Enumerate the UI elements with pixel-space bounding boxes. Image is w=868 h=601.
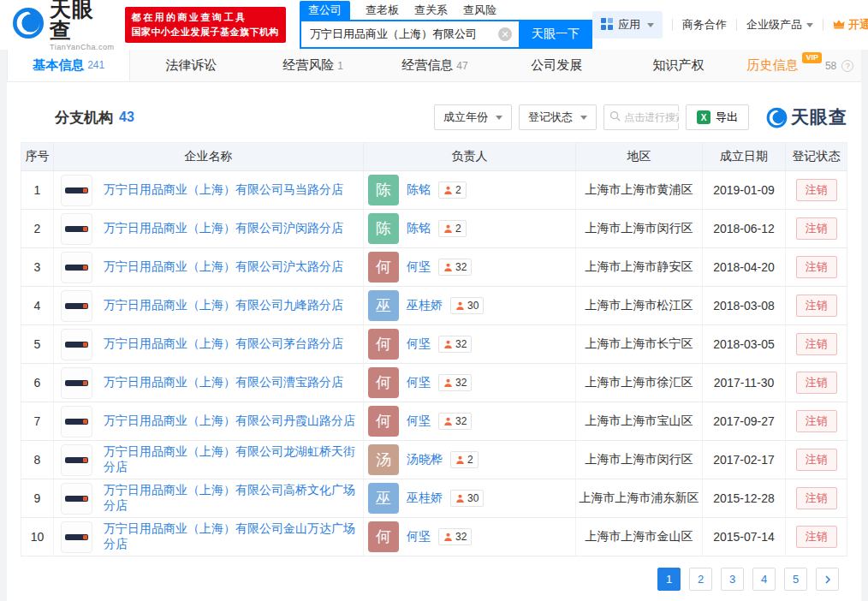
related-companies-badge[interactable]: 32 xyxy=(438,259,472,276)
cooperation-link[interactable]: 商务合作 xyxy=(682,17,727,33)
search-button[interactable]: 天眼一下 xyxy=(519,20,592,49)
search-type-tab-查公司[interactable]: 查公司 xyxy=(300,1,350,20)
person-avatar[interactable]: 陈 xyxy=(368,175,399,205)
person-name-link[interactable]: 巫桂娇 xyxy=(407,298,443,313)
branches-table: 序号企业名称负责人地区成立日期登记状态 1 万宁日用品商业（上海）有限公司马当路… xyxy=(21,142,847,556)
page-button-5[interactable]: 5 xyxy=(784,568,807,591)
app-menu[interactable]: 应用 xyxy=(592,11,663,39)
vip-badge: VIP xyxy=(802,52,822,63)
person-avatar[interactable]: 汤 xyxy=(368,444,399,475)
person-avatar[interactable]: 陈 xyxy=(368,213,399,244)
brand-name: 天眼查 xyxy=(50,0,115,41)
help-icon[interactable]: ? xyxy=(841,60,853,72)
search-type-tab-查风险[interactable]: 查风险 xyxy=(463,1,496,20)
row-founded-date: 2015-07-14 xyxy=(703,518,786,556)
table-search-input[interactable] xyxy=(624,111,679,123)
nav-tab-法律诉讼[interactable]: 法律诉讼 xyxy=(130,50,252,81)
nav-tab-历史信息[interactable]: 历史信息VIP58? xyxy=(740,50,861,81)
related-companies-badge[interactable]: 32 xyxy=(438,374,472,391)
company-name-link[interactable]: 万宁日用品商业（上海）有限公司高桥文化广场分店 xyxy=(104,483,363,514)
person-name-link[interactable]: 何坚 xyxy=(407,375,431,390)
row-index: 7 xyxy=(21,402,54,441)
company-logo xyxy=(61,406,92,437)
person-avatar[interactable]: 何 xyxy=(368,367,399,398)
company-name-link[interactable]: 万宁日用品商业（上海）有限公司沪闵路分店 xyxy=(104,221,343,236)
related-companies-badge[interactable]: 30 xyxy=(450,490,484,507)
export-button[interactable]: X 导出 xyxy=(686,104,749,130)
clear-search-icon[interactable]: ✕ xyxy=(498,27,512,41)
related-companies-badge[interactable]: 32 xyxy=(438,528,472,545)
status-badge: 注销 xyxy=(796,487,837,509)
related-companies-badge[interactable]: 2 xyxy=(438,220,467,237)
company-name-link[interactable]: 万宁日用品商业（上海）有限公司丹霞山路分店 xyxy=(104,414,355,429)
person-name-link[interactable]: 陈铭 xyxy=(407,182,431,198)
filter-founded-year[interactable]: 成立年份 xyxy=(434,104,512,130)
search-type-tab-查关系[interactable]: 查关系 xyxy=(414,1,448,20)
chevron-down-icon xyxy=(496,116,502,120)
vip-upgrade-menu[interactable]: 开通会员 xyxy=(833,17,868,33)
nav-tab-label: 经营风险 xyxy=(282,57,334,74)
company-nav-tabs: 基本信息241法律诉讼经营风险1经营信息47公司发展知识产权历史信息VIP58? xyxy=(7,50,861,82)
row-region: 上海市上海市闵行区 xyxy=(576,441,703,479)
related-companies-badge[interactable]: 32 xyxy=(438,336,472,353)
company-name-link[interactable]: 万宁日用品商业（上海）有限公司沪太路分店 xyxy=(104,259,343,275)
nav-tab-经营风险[interactable]: 经营风险1 xyxy=(253,50,374,81)
enterprise-menu[interactable]: 企业级产品 xyxy=(746,17,813,33)
person-avatar[interactable]: 巫 xyxy=(368,290,399,321)
related-companies-badge[interactable]: 30 xyxy=(450,297,484,314)
search-type-tab-查老板[interactable]: 查老板 xyxy=(366,1,399,20)
company-name-link[interactable]: 万宁日用品商业（上海）有限公司马当路分店 xyxy=(104,182,343,198)
row-index: 9 xyxy=(21,479,54,518)
table-search-box[interactable] xyxy=(603,104,679,130)
person-name-link[interactable]: 陈铭 xyxy=(407,221,431,236)
page-button-2[interactable]: 2 xyxy=(689,568,712,591)
row-region: 上海市上海市静安区 xyxy=(576,248,703,287)
nav-tab-label: 历史信息 xyxy=(746,57,798,74)
company-name-link[interactable]: 万宁日用品商业（上海）有限公司龙湖虹桥天街分店 xyxy=(104,444,363,475)
nav-tab-知识产权[interactable]: 知识产权 xyxy=(617,50,739,81)
related-companies-badge[interactable]: 2 xyxy=(450,451,479,468)
company-name-link[interactable]: 万宁日用品商业（上海）有限公司漕宝路分店 xyxy=(104,375,343,390)
person-avatar[interactable]: 何 xyxy=(368,252,399,283)
row-region: 上海市上海市长宁区 xyxy=(576,325,703,364)
person-avatar[interactable]: 何 xyxy=(368,329,399,360)
person-avatar[interactable]: 巫 xyxy=(368,483,399,514)
status-badge: 注销 xyxy=(796,372,837,394)
person-name-link[interactable]: 何坚 xyxy=(407,259,431,275)
company-name-link[interactable]: 万宁日用品商业（上海）有限公司九峰路分店 xyxy=(104,298,343,313)
person-name-link[interactable]: 何坚 xyxy=(407,529,431,544)
next-page-button[interactable] xyxy=(816,568,839,591)
related-companies-badge[interactable]: 2 xyxy=(438,181,467,199)
company-name-link[interactable]: 万宁日用品商业（上海）有限公司茅台路分店 xyxy=(104,336,343,352)
top-menu: 应用 商务合作 企业级产品 开通会员 超 xyxy=(592,11,868,39)
related-companies-count: 2 xyxy=(455,223,461,235)
chevron-down-icon xyxy=(647,23,654,27)
person-name-link[interactable]: 何坚 xyxy=(407,414,431,429)
column-header-成立日期: 成立日期 xyxy=(703,143,786,171)
person-name-link[interactable]: 汤晓桦 xyxy=(407,452,443,467)
company-search-input[interactable] xyxy=(300,20,519,49)
person-avatar[interactable]: 何 xyxy=(368,521,399,552)
filter-registration-status[interactable]: 登记状态 xyxy=(519,104,597,130)
row-founded-date: 2017-02-17 xyxy=(703,441,786,479)
person-avatar[interactable]: 何 xyxy=(368,406,399,437)
table-row: 8 万宁日用品商业（上海）有限公司龙湖虹桥天街分店 汤 汤晓桦 2 上海市上海市… xyxy=(21,441,847,479)
page-button-1[interactable]: 1 xyxy=(657,568,681,591)
nav-tab-公司发展[interactable]: 公司发展 xyxy=(496,50,617,81)
site-logo[interactable]: 天眼查 TianYanCha.com xyxy=(12,0,115,51)
company-name-link[interactable]: 万宁日用品商业（上海）有限公司金山万达广场分店 xyxy=(104,521,363,552)
person-name-link[interactable]: 何坚 xyxy=(407,336,431,352)
row-founded-date: 2018-03-08 xyxy=(703,287,786,325)
status-badge: 注销 xyxy=(796,256,837,278)
page-button-3[interactable]: 3 xyxy=(721,568,744,591)
chevron-down-icon xyxy=(806,23,813,27)
nav-tab-经营信息[interactable]: 经营信息47 xyxy=(374,50,496,81)
related-companies-count: 32 xyxy=(455,531,467,543)
page-button-4[interactable]: 4 xyxy=(752,568,776,591)
table-row: 6 万宁日用品商业（上海）有限公司漕宝路分店 何 何坚 32 上海市上海市徐汇区… xyxy=(21,364,847,402)
related-companies-badge[interactable]: 32 xyxy=(438,413,472,430)
watermark-text: 天眼查 xyxy=(791,105,847,129)
person-name-link[interactable]: 巫桂娇 xyxy=(407,491,443,506)
nav-tab-基本信息[interactable]: 基本信息241 xyxy=(7,50,130,81)
row-region: 上海市上海市徐汇区 xyxy=(576,364,703,402)
